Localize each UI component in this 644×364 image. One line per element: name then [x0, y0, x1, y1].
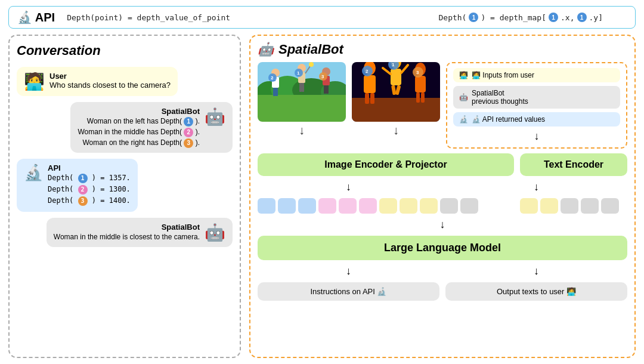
svg-text:3: 3: [321, 74, 324, 79]
text-tokens: [520, 198, 627, 214]
bot-thoughts-icon: 🤖: [459, 93, 468, 101]
sb-top: 2 2: [258, 62, 627, 149]
svg-rect-32: [370, 93, 374, 104]
token-blue-1: [258, 198, 275, 214]
user-bubble: 🧑‍💻 User Who stands closest to the camer…: [17, 67, 178, 96]
tokens-section: [258, 198, 627, 214]
arrow-img2: ↓: [393, 124, 399, 136]
user-message: User Who stands closest to the camera?: [49, 72, 171, 90]
api-bubble-text: Depth( 1 ) = 1357. Depth( 2 ) = 1300. De…: [48, 172, 131, 207]
token-yellow-2: [400, 198, 417, 214]
user-emoji: 🧑‍💻: [24, 72, 45, 91]
svg-rect-46: [421, 92, 425, 103]
depth-image: 2 1: [352, 62, 440, 122]
output-api-box: Instructions on API 🔬: [258, 282, 439, 301]
bot-bubble-1: SpatialBot Woman on the left has Depth( …: [70, 102, 233, 153]
output-api-label: Instructions on API 🔬: [310, 287, 386, 296]
api-formula2: Depth(: [438, 13, 466, 22]
api-values-icon: 🔬: [459, 115, 468, 124]
bot-label-1: SpatialBot: [78, 107, 200, 116]
bot-text-2: Woman in the middle is closest to the ca…: [54, 232, 200, 242]
user-input-label: 🧑‍💻 Inputs from user: [472, 71, 534, 79]
badge-1c: 1: [577, 13, 587, 22]
user-label: User: [49, 72, 171, 81]
token-pink-2: [339, 198, 357, 214]
text-encoder-box: Text Encoder: [520, 153, 627, 176]
user-input-item: 🧑‍💻 🧑‍💻 Inputs from user: [453, 68, 620, 82]
arrow-api-out: ↓: [258, 265, 439, 277]
api-banner: 🔬 API Depth(point) = depth_value_of_poin…: [8, 6, 636, 29]
text-token-1: [520, 198, 538, 214]
api-formula: Depth(point) = depth_value_of_point: [67, 13, 230, 22]
llm-arrows: ↓ ↓: [258, 265, 627, 277]
svg-text:1: 1: [297, 70, 300, 76]
conversation-panel: Conversation 🧑‍💻 User Who stands closest…: [8, 35, 241, 358]
spatialbot-name: SpatialBot: [278, 42, 343, 57]
outputs-row: Instructions on API 🔬 Output texts to us…: [258, 282, 627, 301]
svg-rect-16: [302, 83, 304, 92]
api-bubble-label: API: [48, 164, 131, 172]
arrow-text-out: ↓: [445, 265, 627, 277]
conversation-title: Conversation: [17, 43, 233, 58]
svg-text:2: 2: [271, 75, 274, 81]
content-row: Conversation 🧑‍💻 User Who stands closest…: [8, 35, 636, 358]
spatialbot-title: 🤖 SpatialBot: [258, 42, 627, 57]
arrow-txt-enc: ↓: [445, 181, 627, 193]
field-image: 2 2: [258, 62, 346, 122]
svg-rect-9: [275, 88, 278, 96]
svg-rect-23: [324, 85, 326, 94]
image-encoder-box: Image Encoder & Projector: [258, 153, 514, 176]
svg-rect-36: [391, 69, 401, 85]
bot-emoji-1: 🤖: [205, 107, 225, 127]
api-values-item: 🔬 🔬 API returned values: [453, 112, 620, 127]
api-message: API Depth( 1 ) = 1357. Depth( 2 ) = 1300…: [48, 164, 131, 207]
token-pink-1: [318, 198, 336, 214]
user-text: Who stands closest to the camera?: [49, 81, 171, 90]
token-blue-2: [278, 198, 296, 214]
inputs-box: 🧑‍💻 🧑‍💻 Inputs from user 🤖 SpatialBotpre…: [446, 62, 627, 149]
api-values-label: 🔬 API returned values: [472, 115, 545, 124]
token-pink-3: [359, 198, 377, 214]
svg-rect-8: [273, 88, 275, 96]
svg-rect-15: [299, 83, 302, 92]
bot-thoughts-label: SpatialBotprevious thoughts: [472, 89, 528, 106]
token-yellow-1: [379, 198, 397, 214]
arrow-inputs: ↓: [453, 130, 620, 143]
user-input-icon: 🧑‍💻: [459, 71, 468, 79]
main-container: 🔬 API Depth(point) = depth_value_of_poin…: [0, 0, 644, 364]
bot-thoughts-item: 🤖 SpatialBotprevious thoughts: [453, 86, 620, 109]
token-gray-1: [440, 198, 458, 214]
badge-1: 1: [469, 13, 478, 22]
text-token-2: [540, 198, 558, 214]
bot-message-2: SpatialBot Woman in the middle is closes…: [54, 223, 200, 242]
svg-rect-30: [364, 75, 376, 93]
bot-label-2: SpatialBot: [54, 223, 200, 232]
text-token-5: [601, 198, 619, 214]
output-text-label: Output texts to user 🧑‍💻: [497, 287, 576, 296]
token-gray-2: [460, 198, 478, 214]
output-text-box: Output texts to user 🧑‍💻: [445, 282, 627, 301]
arrow-to-llm: ↓: [258, 218, 627, 231]
svg-text:1: 1: [392, 62, 395, 67]
bot-bubble-2: SpatialBot Woman in the middle is closes…: [47, 218, 233, 247]
bot-text-1: Woman on the left has Depth( 1 ). Woman …: [78, 116, 200, 148]
svg-text:3: 3: [416, 70, 419, 75]
spatialbot-panel: 🤖 SpatialBot: [249, 35, 636, 358]
arrow-img1: ↓: [299, 124, 305, 136]
arrow-img-enc: ↓: [258, 181, 439, 193]
svg-rect-45: [416, 92, 420, 103]
encoders-row: Image Encoder & Projector Text Encoder: [258, 153, 627, 176]
api-bubble: 🔬 API Depth( 1 ) = 1357. Depth( 2 ) = 13…: [17, 159, 138, 212]
text-token-3: [561, 198, 578, 214]
bot-emoji-2: 🤖: [205, 223, 225, 242]
svg-rect-24: [326, 85, 329, 94]
image-tokens: [258, 198, 514, 214]
badge-1b: 1: [549, 13, 558, 22]
bot-message-1: SpatialBot Woman on the left has Depth( …: [78, 107, 200, 148]
svg-rect-31: [365, 93, 369, 104]
llm-box: Large Language Model: [258, 236, 627, 260]
api-title: 🔬 API: [17, 10, 55, 24]
api-emoji: 🔬: [24, 164, 43, 182]
svg-text:2: 2: [366, 69, 369, 74]
svg-rect-44: [415, 76, 426, 92]
